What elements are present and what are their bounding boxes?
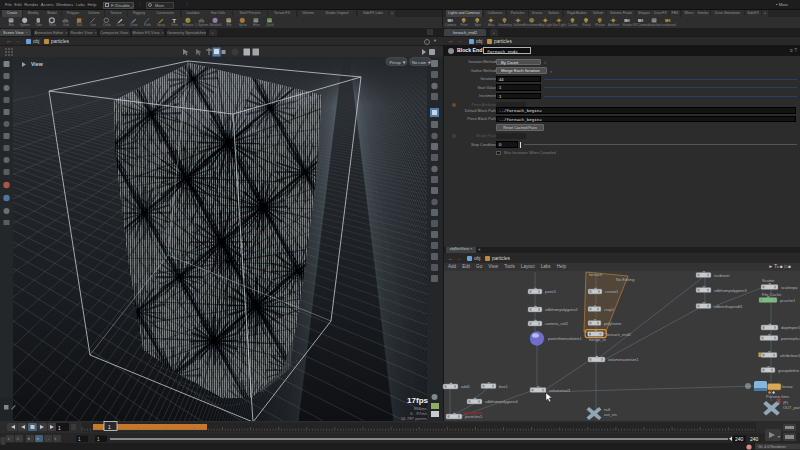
svg-text:volumerasterize1: volumerasterize1 <box>608 357 639 362</box>
svg-text:○: ○ <box>17 436 20 441</box>
svg-text:OUT_part: OUT_part <box>783 405 800 410</box>
svg-text:♪: ♪ <box>8 436 10 441</box>
svg-text:File Cache: File Cache <box>762 292 782 297</box>
svg-text:foreac: foreac <box>782 384 793 389</box>
svg-text:merge_in: merge_in <box>589 337 606 342</box>
svg-text:polyframe: polyframe <box>604 321 622 326</box>
svg-text:pcache1: pcache1 <box>780 298 796 303</box>
svg-text:volumetrail1: volumetrail1 <box>549 388 571 393</box>
svg-text:Scatter: Scatter <box>762 278 775 283</box>
svg-text:vdbfrompolygons3: vdbfrompolygons3 <box>714 288 747 293</box>
svg-text:240: 240 <box>750 436 759 442</box>
svg-text:→: → <box>46 436 51 441</box>
svg-text:crop1: crop1 <box>604 307 615 312</box>
svg-text:Preview 0ms: Preview 0ms <box>766 394 789 399</box>
svg-text:groupdelete: groupdelete <box>778 368 800 373</box>
svg-text:vdbreshapesdf1: vdbreshapesdf1 <box>714 304 743 309</box>
svg-text:dopimport1: dopimport1 <box>781 325 800 330</box>
svg-text:No Editing: No Editing <box>616 277 634 282</box>
svg-text:camera_vol2: camera_vol2 <box>545 321 569 326</box>
svg-text:1: 1 <box>58 425 61 431</box>
svg-text:vdbfrompolygons2: vdbfrompolygons2 <box>545 307 578 312</box>
svg-text:box1: box1 <box>499 384 508 389</box>
svg-text:GL 4.6 Renderer: GL 4.6 Renderer <box>758 445 787 449</box>
svg-text:pointsfromvolume1: pointsfromvolume1 <box>548 336 583 341</box>
svg-text:scatterpo: scatterpo <box>781 285 798 290</box>
svg-text:1: 1 <box>108 424 111 430</box>
svg-text:foreach: foreach <box>589 272 602 277</box>
svg-text:attribclean1: attribclean1 <box>780 353 800 358</box>
svg-text:out_vis: out_vis <box>604 412 617 417</box>
svg-text:point1: point1 <box>545 289 557 294</box>
svg-text:nurbsnet: nurbsnet <box>714 273 730 278</box>
svg-text:create1: create1 <box>605 289 619 294</box>
svg-text:particles1: particles1 <box>465 414 483 419</box>
svg-text:foreach_end2: foreach_end2 <box>607 332 632 337</box>
svg-text:vdbfrompolygons4: vdbfrompolygons4 <box>485 399 518 404</box>
svg-text:add1: add1 <box>461 384 471 389</box>
svg-text:pointreplicate1: pointreplicate1 <box>781 336 800 341</box>
svg-text:▼: ▼ <box>777 435 781 439</box>
svg-text:240: 240 <box>735 436 744 442</box>
